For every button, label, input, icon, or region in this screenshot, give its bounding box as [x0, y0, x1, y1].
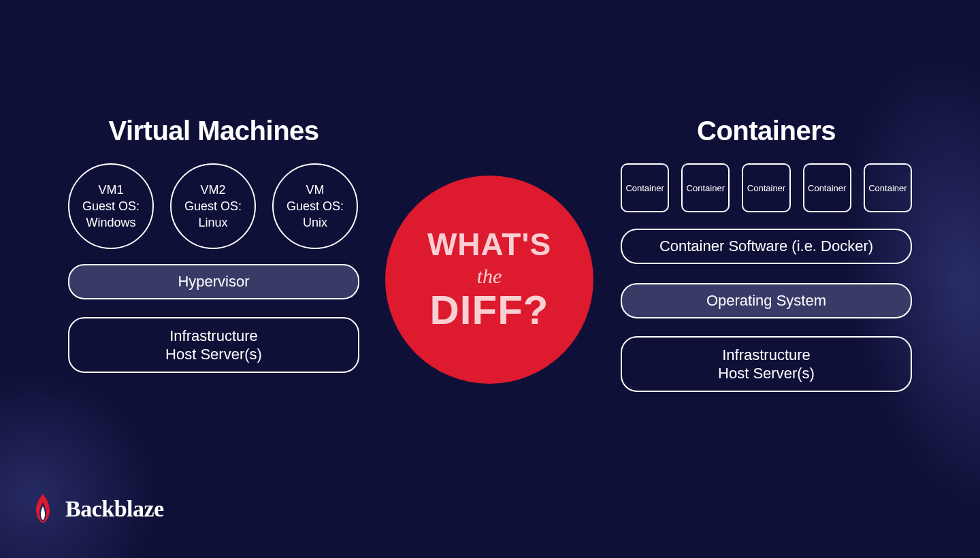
vm-circle-3-guest-label: Guest OS:	[287, 198, 344, 214]
vm-circle-1: VM1 Guest OS: Windows	[68, 163, 154, 249]
vm-circle-2-name: VM2	[200, 182, 225, 198]
vm-infra-line2: Host Server(s)	[165, 345, 262, 364]
vm-heading: Virtual Machines	[68, 116, 359, 146]
badge-line-1: WHAT'S	[427, 228, 551, 261]
container-software-layer: Container Software (i.e. Docker)	[621, 229, 912, 264]
vm-hypervisor-layer: Hypervisor	[68, 264, 359, 299]
vm-circle-2-os: Linux	[198, 214, 227, 231]
container-software-label: Container Software (i.e. Docker)	[659, 237, 873, 256]
container-os-label: Operating System	[706, 291, 826, 310]
vm-circle-1-os: Windows	[86, 214, 135, 231]
badge-line-3: DIFF?	[430, 289, 549, 331]
vm-circle-1-guest-label: Guest OS:	[82, 198, 140, 214]
vm-hypervisor-label: Hypervisor	[178, 272, 249, 291]
vm-circle-1-name: VM1	[98, 182, 123, 198]
vm-circle-row: VM1 Guest OS: Windows VM2 Guest OS: Linu…	[68, 163, 358, 249]
vm-infrastructure-layer: Infrastructure Host Server(s)	[68, 317, 359, 373]
container-box-3: Container	[742, 163, 790, 212]
brand-name: Backblaze	[65, 496, 164, 522]
container-box-1: Container	[621, 163, 669, 212]
container-box-2: Container	[681, 163, 730, 212]
container-infra-line1: Infrastructure	[722, 346, 811, 365]
brand-logo: Backblaze	[30, 493, 164, 525]
container-infrastructure-layer: Infrastructure Host Server(s)	[621, 336, 912, 392]
badge-line-2: the	[477, 265, 502, 287]
containers-heading: Containers	[621, 116, 912, 146]
container-infra-line2: Host Server(s)	[718, 364, 815, 383]
container-box-5: Container	[864, 163, 912, 212]
vm-circle-2: VM2 Guest OS: Linux	[170, 163, 256, 249]
flame-icon	[30, 493, 56, 525]
container-box-4: Container	[803, 163, 851, 212]
vm-circle-3: VM Guest OS: Unix	[272, 163, 358, 249]
vm-infra-line1: Infrastructure	[169, 327, 258, 346]
container-os-layer: Operating System	[621, 283, 912, 318]
vm-circle-2-guest-label: Guest OS:	[184, 198, 242, 214]
vm-circle-3-os: Unix	[303, 214, 327, 231]
vm-circle-3-name: VM	[306, 182, 325, 198]
center-badge: WHAT'S the DIFF?	[385, 176, 593, 384]
container-box-row: Container Container Container Container …	[621, 163, 912, 212]
diagram-canvas: Virtual Machines VM1 Guest OS: Windows V…	[0, 0, 980, 558]
